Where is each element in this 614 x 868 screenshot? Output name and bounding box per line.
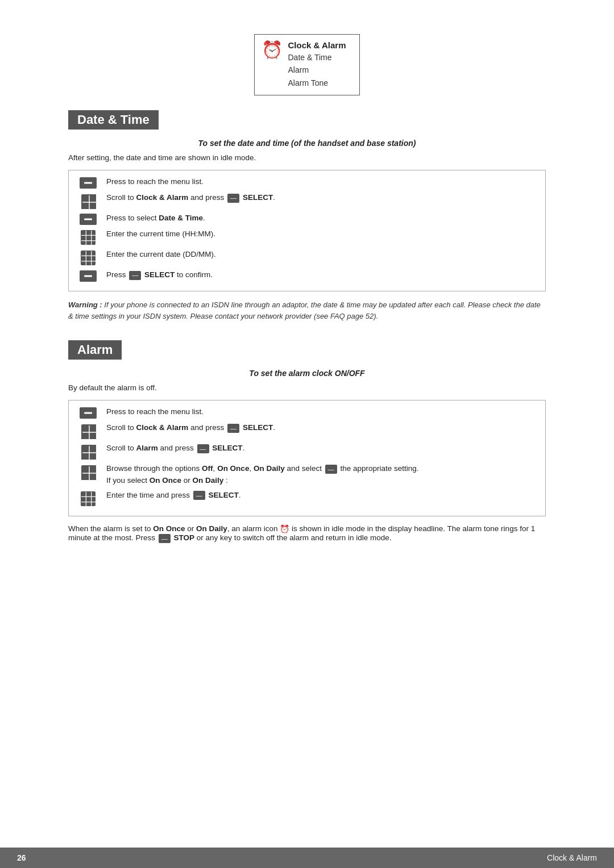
grid9-icon-2 (80, 250, 96, 266)
step-icon-1 (77, 176, 99, 189)
step-icon-6 (77, 269, 99, 282)
menu-box-content: Clock & Alarm Date & Time Alarm Alarm To… (288, 40, 346, 89)
date-time-intro: After setting, the date and time are sho… (68, 153, 546, 162)
step-icon-5 (77, 249, 99, 266)
alarm-header: Alarm (68, 340, 122, 360)
step-row: Scroll to Clock & Alarm and press — SELE… (77, 192, 537, 209)
step-row: Enter the current date (DD/MM). (77, 249, 537, 266)
step-text-6: Press — SELECT to confirm. (106, 269, 537, 281)
date-time-steps: Press to reach the menu list. Scrol (68, 170, 546, 291)
grid4-icon-a4 (80, 464, 96, 480)
step-row: Enter the time and press — SELECT. (77, 490, 537, 507)
page: ⏰ Clock & Alarm Date & Time Alarm Alarm … (0, 0, 614, 868)
alarm-clock-icon: ⏰ (280, 524, 289, 533)
svg-rect-20 (81, 445, 96, 460)
alarm-outro: When the alarm is set to On Once or On D… (68, 524, 546, 543)
date-time-section: Date & Time To set the date and time (of… (68, 106, 546, 322)
step-icon-4 (77, 228, 99, 245)
step-text-5: Enter the current date (DD/MM). (106, 249, 537, 260)
svg-rect-26 (81, 491, 96, 506)
step-icon-a2 (77, 422, 99, 439)
step-row: Press to select Date & Time. (77, 212, 537, 225)
step-icon-a1 (77, 406, 99, 419)
step-row: Press to reach the menu list. (77, 406, 537, 419)
dash-icon (80, 270, 97, 282)
alarm-steps: Press to reach the menu list. Scroll to … (68, 400, 546, 516)
menu-item-alarmtone: Alarm Tone (288, 77, 346, 89)
menu-item-datetime: Date & Time (288, 51, 346, 64)
step-text-3: Press to select Date & Time. (106, 212, 537, 224)
date-time-header: Date & Time (68, 110, 159, 130)
svg-rect-17 (81, 424, 96, 439)
dash-icon (80, 407, 97, 419)
step-row: Enter the current time (HH:MM). (77, 228, 537, 245)
svg-rect-12 (81, 251, 96, 265)
alarm-subtitle: To set the alarm clock ON/OFF (68, 369, 546, 378)
footer-bar: 26 Clock & Alarm (0, 848, 614, 868)
step-text-2: Scroll to Clock & Alarm and press — SELE… (106, 192, 537, 203)
date-time-subtitle: To set the date and time (of the handset… (68, 139, 546, 148)
step-icon-a4 (77, 463, 99, 480)
footer-page-number: 26 (17, 853, 26, 862)
step-icon-2 (77, 192, 99, 209)
menu-item-alarm: Alarm (288, 64, 346, 76)
step-row: Scroll to Clock & Alarm and press — SELE… (77, 422, 537, 439)
svg-rect-7 (81, 230, 96, 245)
step-text-a3: Scroll to Alarm and press — SELECT. (106, 443, 537, 454)
clock-icon: ⏰ (262, 41, 283, 59)
step-row: Browse through the options Off, On Once,… (77, 463, 537, 486)
grid4-icon-a2 (80, 423, 96, 439)
svg-rect-0 (81, 194, 96, 209)
dash-icon (80, 177, 97, 189)
warning-text: Warning : If your phone is connected to … (68, 299, 546, 322)
grid9-icon-a5 (80, 491, 96, 507)
step-row: Scroll to Alarm and press — SELECT. (77, 443, 537, 460)
step-row: Press — SELECT to confirm. (77, 269, 537, 282)
step-icon-3 (77, 212, 99, 225)
dash-icon (80, 214, 97, 225)
step-text-a1: Press to reach the menu list. (106, 406, 537, 418)
step-text-a4: Browse through the options Off, On Once,… (106, 463, 537, 486)
step-text-a5: Enter the time and press — SELECT. (106, 490, 537, 501)
grid9-icon (80, 229, 96, 245)
menu-box-container: ⏰ Clock & Alarm Date & Time Alarm Alarm … (68, 34, 546, 95)
step-text-4: Enter the current time (HH:MM). (106, 228, 537, 240)
step-text-1: Press to reach the menu list. (106, 176, 537, 187)
grid4-icon-a3 (80, 444, 96, 460)
step-row: Press to reach the menu list. (77, 176, 537, 189)
alarm-intro: By default the alarm is off. (68, 383, 546, 392)
alarm-section: Alarm To set the alarm clock ON/OFF By d… (68, 336, 546, 542)
menu-box: ⏰ Clock & Alarm Date & Time Alarm Alarm … (254, 34, 360, 95)
footer-title: Clock & Alarm (547, 853, 597, 862)
step-icon-a5 (77, 490, 99, 507)
menu-box-title: Clock & Alarm (288, 40, 346, 50)
svg-rect-23 (81, 465, 96, 480)
step-text-a2: Scroll to Clock & Alarm and press — SELE… (106, 422, 537, 433)
grid4-icon (80, 193, 96, 209)
step-icon-a3 (77, 443, 99, 460)
